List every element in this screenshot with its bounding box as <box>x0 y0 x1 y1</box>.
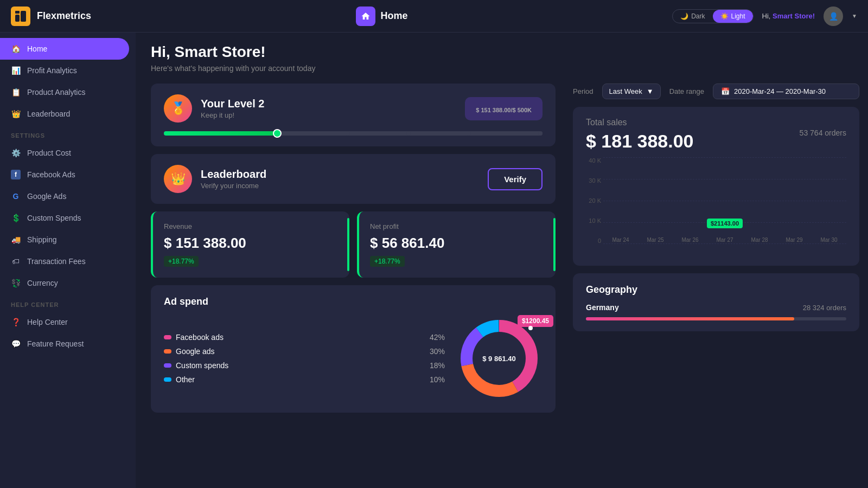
leaderboard-title: Leaderboard <box>201 168 266 181</box>
sidebar-item-transaction-fees[interactable]: 🏷 Transaction Fees <box>0 251 136 272</box>
list-item: Facebook ads 42% <box>164 333 445 342</box>
sun-icon: ☀️ <box>720 12 729 20</box>
net-profit-value: $ 56 861.40 <box>370 235 545 252</box>
period-label: Period <box>573 87 593 95</box>
leaderboard-card-left: 👑 Leaderboard Verify your income <box>164 165 266 193</box>
revenue-card: Revenue $ 151 388.00 +18.77% <box>151 211 349 278</box>
total-sales-card: Total sales $ 181 388.00 53 764 orders 4… <box>573 107 859 266</box>
total-sales-left: Total sales $ 181 388.00 <box>586 118 694 152</box>
custom-spends-pct: 18% <box>430 361 445 370</box>
period-row: Period Last Week ▼ Date range 📅 2020-Mar… <box>573 78 859 99</box>
google-ads-label: Google ads <box>176 347 215 356</box>
help-label: HELP CENTER <box>0 294 136 311</box>
geo-bar-wrap <box>586 317 846 320</box>
net-profit-badge: +18.77% <box>370 256 405 267</box>
sidebar-item-shipping[interactable]: 🚚 Shipping <box>0 229 136 251</box>
sidebar-item-product-cost[interactable]: ⚙️ Product Cost <box>0 142 136 164</box>
sidebar-item-facebook-ads[interactable]: f Facebook Ads <box>0 164 136 185</box>
net-profit-card: Net profit $ 56 861.40 +18.77% <box>357 211 556 278</box>
ad-spend-legend: Facebook ads 42% Google ads 30% <box>164 333 445 384</box>
list-item: Google ads 30% <box>164 347 445 356</box>
light-theme-button[interactable]: ☀️ Light <box>713 10 753 23</box>
topbar: Flexmetrics Home 🌙 Dark ☀️ Light Hi, Sma… <box>0 0 868 33</box>
google-icon: G <box>11 191 21 201</box>
revenue-label: Revenue <box>164 222 339 230</box>
google-ads-dot <box>164 349 171 354</box>
geo-bar-fill <box>586 317 794 320</box>
chart-area: Mar 24 Mar 25 Mar 26 <box>603 157 846 244</box>
list-icon: 📋 <box>11 87 21 97</box>
bar-label: Mar 26 <box>681 237 698 243</box>
sidebar-item-profit-analytics[interactable]: 📊 Profit Analytics <box>0 60 136 81</box>
leaderboard-info: Leaderboard Verify your income <box>201 168 266 190</box>
calendar-icon: 📅 <box>721 87 730 95</box>
avatar[interactable]: 👤 <box>824 7 843 26</box>
level-title: Your Level 2 <box>201 98 264 110</box>
sidebar-item-leaderboard[interactable]: 👑 Leaderboard <box>0 103 136 125</box>
verify-button[interactable]: Verify <box>488 168 542 190</box>
sidebar-item-google-ads[interactable]: G Google Ads <box>0 185 136 207</box>
dark-theme-button[interactable]: 🌙 Dark <box>673 10 712 23</box>
sidebar-item-home[interactable]: 🏠 Home <box>0 38 129 60</box>
leaderboard-subtitle: Verify your income <box>201 182 266 190</box>
list-item: Germany 28 324 orders <box>586 303 846 312</box>
bar-label: Mar 28 <box>751 237 768 243</box>
level-progress-dot <box>273 129 282 138</box>
total-sales-title: Total sales <box>586 118 694 127</box>
bar-label: Mar 25 <box>647 237 663 243</box>
list-item: Custom spends 18% <box>164 361 445 370</box>
google-ads-pct: 30% <box>430 347 445 356</box>
geography-title: Geography <box>586 284 846 296</box>
moon-icon: 🌙 <box>680 12 688 20</box>
geography-card: Geography Germany 28 324 orders <box>573 273 859 331</box>
logo-area: Flexmetrics <box>11 7 91 26</box>
date-range-picker[interactable]: 📅 2020-Mar-24 — 2020-Mar-30 <box>713 84 859 99</box>
topbar-right: 🌙 Dark ☀️ Light Hi, Smart Store! 👤 ▼ <box>672 7 857 26</box>
app-name: Flexmetrics <box>37 10 91 22</box>
page-title-area: Home <box>356 7 408 26</box>
sidebar-item-custom-spends[interactable]: 💲 Custom Spends <box>0 207 136 229</box>
donut-center-value: $ 9 861.40 <box>482 355 515 363</box>
logo-icon <box>11 7 30 26</box>
greeting-title: Hi, Smart Store! <box>151 43 853 61</box>
sidebar-item-feature-request[interactable]: 💬 Feature Request <box>0 333 136 355</box>
dollar-icon: 💱 <box>11 278 21 288</box>
facebook-ads-label: Facebook ads <box>176 333 224 342</box>
chart-bar-icon: 📊 <box>11 66 21 75</box>
chevron-down-icon[interactable]: ▼ <box>852 13 857 19</box>
sidebar-item-currency[interactable]: 💱 Currency <box>0 272 136 294</box>
geo-country-name: Germany <box>586 303 619 312</box>
bar-tooltip: $21143.00 <box>707 219 743 228</box>
ad-spend-title: Ad spend <box>164 296 542 307</box>
y-label: 0 <box>598 237 601 244</box>
bar-group: Mar 29 <box>786 235 802 243</box>
total-sales-value: $ 181 388.00 <box>586 131 694 152</box>
sidebar-item-help-center[interactable]: ❓ Help Center <box>0 311 136 333</box>
help-icon: ❓ <box>11 317 21 327</box>
custom-icon: 💲 <box>11 213 21 223</box>
custom-spends-label: Custom spends <box>176 361 228 370</box>
home-icon-wrap <box>356 7 375 26</box>
leaderboard-card: 👑 Leaderboard Verify your income Verify <box>151 154 556 204</box>
content-header: Hi, Smart Store! Here's what's happening… <box>136 33 868 78</box>
bar-group: Mar 25 <box>647 235 663 243</box>
revenue-badge: +18.77% <box>164 256 199 267</box>
list-item: Other 10% <box>164 375 445 384</box>
main-layout: 🏠 Home 📊 Profit Analytics 📋 Product Anal… <box>0 33 868 488</box>
custom-spends-dot <box>164 363 171 368</box>
ad-spend-card: Ad spend Facebook ads 42% <box>151 285 556 413</box>
ad-spend-content: Facebook ads 42% Google ads 30% <box>164 315 542 402</box>
theme-toggle[interactable]: 🌙 Dark ☀️ Light <box>672 9 753 23</box>
level-badge-icon: 🏅 <box>164 94 192 123</box>
total-sales-orders: 53 764 orders <box>800 118 846 137</box>
settings-label: SETTINGS <box>0 125 136 142</box>
y-label: 30 K <box>589 177 601 184</box>
level-subtitle: Keep it up! <box>201 111 264 119</box>
y-label: 40 K <box>589 157 601 164</box>
sidebar-item-product-analytics[interactable]: 📋 Product Analytics <box>0 81 136 103</box>
donut-indicator-dot <box>528 326 533 330</box>
content: Hi, Smart Store! Here's what's happening… <box>136 33 868 488</box>
facebook-icon: f <box>11 170 21 179</box>
period-dropdown[interactable]: Last Week ▼ <box>602 84 661 99</box>
user-greeting: Hi, Smart Store! <box>762 12 815 20</box>
